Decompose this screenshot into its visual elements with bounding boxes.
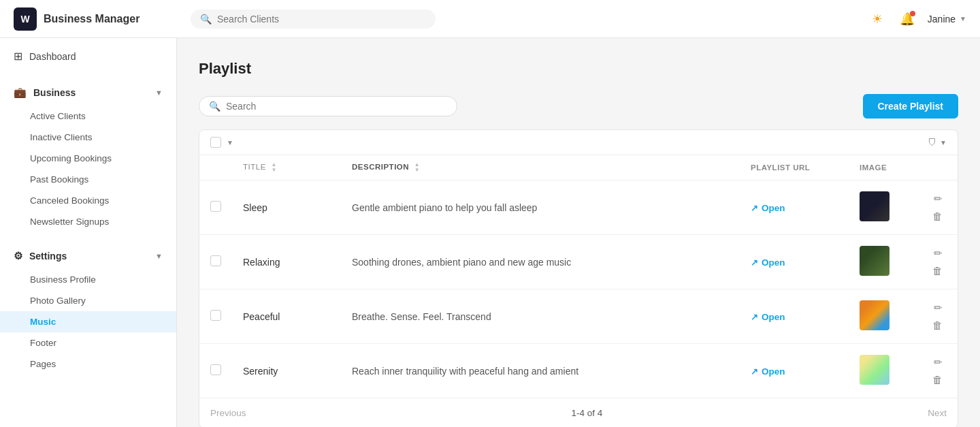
sidebar-item-inactive-clients[interactable]: Inactive Clients (0, 127, 176, 148)
sidebar-dashboard-section: ⊞ Dashboard (0, 38, 176, 74)
user-chevron-icon: ▼ (960, 15, 966, 22)
row-thumb-relaxing (860, 246, 889, 276)
sidebar-settings-header[interactable]: ⚙ Settings ▼ (0, 243, 176, 269)
page-title: Playlist (199, 60, 958, 78)
sidebar-item-photo-gallery[interactable]: Photo Gallery (0, 290, 176, 311)
toolbar: 🔍 Create Playlist (199, 94, 958, 118)
table-row: Peaceful Breathe. Sense. Feel. Transcend… (199, 289, 958, 344)
col-check (199, 155, 232, 180)
row-desc-serenity: Reach inner tranquility with peaceful ha… (352, 366, 578, 377)
col-actions (903, 155, 958, 180)
playlist-table-card: ▼ ⛉ ▼ TITLE ▲▼ DE (199, 129, 958, 427)
sidebar-business-label: Business (33, 87, 76, 98)
row-delete-button-peaceful[interactable]: 🗑 (928, 317, 947, 334)
select-all-chevron-icon[interactable]: ▼ (227, 139, 233, 146)
search-icon: 🔍 (200, 14, 212, 25)
sidebar-item-pages[interactable]: Pages (0, 353, 176, 375)
table-header: TITLE ▲▼ DESCRIPTION ▲▼ PLAYLIST URL IMA… (199, 155, 958, 180)
pagination-info: 1-4 of 4 (571, 408, 602, 418)
table-row: Relaxing Soothing drones, ambient piano … (199, 235, 958, 289)
row-edit-button-relaxing[interactable]: ✏ (930, 244, 947, 262)
row-checkbox-peaceful[interactable] (210, 310, 221, 321)
row-checkbox-sleep[interactable] (210, 201, 221, 212)
row-desc-peaceful: Breathe. Sense. Feel. Transcend (352, 311, 491, 322)
settings-icon: ⚙ (14, 250, 22, 262)
filter-chevron-icon: ▼ (940, 139, 947, 146)
row-open-link-serenity[interactable]: ↗ Open (751, 366, 785, 377)
playlist-search: 🔍 (199, 96, 457, 116)
external-link-icon: ↗ (751, 203, 758, 213)
row-edit-button-serenity[interactable]: ✏ (930, 353, 947, 371)
table-row: Serenity Reach inner tranquility with pe… (199, 344, 958, 398)
row-title-sleep: Sleep (243, 202, 267, 213)
search-clients-input[interactable] (217, 14, 426, 25)
row-delete-button-serenity[interactable]: 🗑 (928, 371, 947, 388)
pagination-prev: Previous (210, 408, 246, 418)
row-edit-button-sleep[interactable]: ✏ (930, 190, 947, 208)
theme-toggle[interactable]: ☀ (868, 10, 887, 29)
row-thumb-serenity (860, 355, 889, 385)
desc-sort-icon: ▲▼ (414, 162, 420, 173)
top-nav: W Business Manager 🔍 ☀ 🔔 Janine ▼ (0, 0, 980, 38)
sidebar-item-active-clients[interactable]: Active Clients (0, 106, 176, 127)
layout: ⊞ Dashboard 💼 Business ▼ Active Clients … (0, 0, 980, 427)
external-link-icon: ↗ (751, 366, 758, 377)
sidebar-settings-label: Settings (29, 251, 67, 262)
row-delete-button-relaxing[interactable]: 🗑 (928, 262, 947, 279)
table-select-all: ▼ (210, 137, 233, 148)
sidebar-item-music[interactable]: Music (0, 311, 176, 332)
logo-icon: W (14, 7, 37, 31)
search-icon: 🔍 (209, 101, 220, 112)
topnav-right: ☀ 🔔 Janine ▼ (868, 10, 966, 29)
notifications-button[interactable]: 🔔 (898, 10, 917, 29)
business-chevron-icon: ▼ (155, 89, 163, 97)
playlist-search-input[interactable] (226, 101, 447, 112)
col-playlist-url: PLAYLIST URL (740, 155, 849, 180)
sidebar-item-canceled-bookings[interactable]: Canceled Bookings (0, 190, 176, 211)
sidebar-item-upcoming-bookings[interactable]: Upcoming Bookings (0, 148, 176, 169)
row-edit-button-peaceful[interactable]: ✏ (930, 299, 947, 317)
app-logo: W Business Manager (14, 7, 191, 31)
pagination-next: Next (928, 408, 947, 418)
col-description[interactable]: DESCRIPTION ▲▼ (341, 155, 740, 180)
sidebar-item-business-profile[interactable]: Business Profile (0, 269, 176, 290)
row-thumb-sleep (860, 191, 889, 221)
sidebar-item-past-bookings[interactable]: Past Bookings (0, 169, 176, 190)
row-title-peaceful: Peaceful (243, 311, 280, 322)
table-body: Sleep Gentle ambient piano to help you f… (199, 180, 958, 398)
row-checkbox-relaxing[interactable] (210, 255, 221, 266)
row-title-serenity: Serenity (243, 366, 278, 377)
col-title[interactable]: TITLE ▲▼ (232, 155, 341, 180)
row-title-relaxing: Relaxing (243, 257, 280, 268)
external-link-icon: ↗ (751, 257, 758, 268)
main-content: Playlist 🔍 Create Playlist ▼ ⛉ ▼ (177, 38, 980, 427)
create-playlist-button[interactable]: Create Playlist (863, 94, 959, 118)
row-checkbox-serenity[interactable] (210, 364, 221, 375)
sidebar-item-dashboard[interactable]: ⊞ Dashboard (0, 44, 176, 69)
pagination: Previous 1-4 of 4 Next (199, 398, 958, 427)
table-top-bar: ▼ ⛉ ▼ (199, 130, 958, 155)
filter-button[interactable]: ⛉ ▼ (928, 138, 947, 148)
notification-dot (910, 11, 915, 16)
search-bar: 🔍 (191, 10, 436, 29)
row-delete-button-sleep[interactable]: 🗑 (928, 208, 947, 225)
col-image: IMAGE (849, 155, 903, 180)
filter-icon: ⛉ (928, 138, 936, 148)
sidebar-item-newsletter-signups[interactable]: Newsletter Signups (0, 211, 176, 232)
external-link-icon: ↗ (751, 312, 758, 322)
row-open-link-relaxing[interactable]: ↗ Open (751, 257, 785, 268)
sidebar-business-header[interactable]: 💼 Business ▼ (0, 80, 176, 106)
row-open-link-sleep[interactable]: ↗ Open (751, 203, 785, 213)
row-thumb-peaceful (860, 300, 889, 330)
user-menu[interactable]: Janine ▼ (928, 14, 966, 25)
sidebar-item-dashboard-label: Dashboard (29, 51, 76, 62)
app-title: Business Manager (44, 13, 140, 25)
row-desc-sleep: Gentle ambient piano to help you fall as… (352, 202, 537, 213)
sidebar: ⊞ Dashboard 💼 Business ▼ Active Clients … (0, 38, 177, 427)
sidebar-settings-section: ⚙ Settings ▼ Business Profile Photo Gall… (0, 238, 176, 380)
table-row: Sleep Gentle ambient piano to help you f… (199, 180, 958, 235)
row-open-link-peaceful[interactable]: ↗ Open (751, 312, 785, 322)
sidebar-item-footer[interactable]: Footer (0, 332, 176, 353)
dashboard-icon: ⊞ (14, 50, 22, 63)
select-all-checkbox[interactable] (210, 137, 221, 148)
